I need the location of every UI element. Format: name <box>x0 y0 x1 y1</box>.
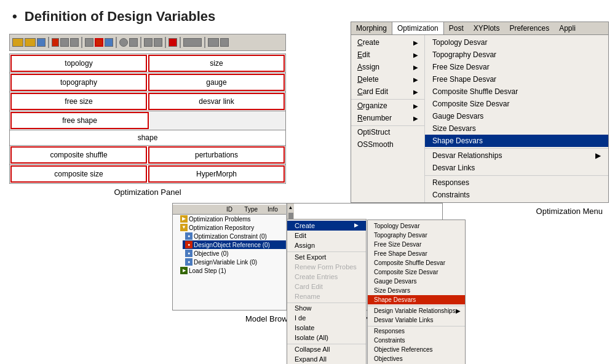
ctx-sub-free-shape[interactable]: Free Shape Desvar <box>368 249 465 258</box>
submenu-composite-size-desvar[interactable]: Composite Size Desvar <box>425 98 608 110</box>
menu-preferences[interactable]: Preferences <box>504 22 554 34</box>
toolbar-icon-settings[interactable] <box>220 38 229 47</box>
menu-item-organize[interactable]: Organize ▶ <box>351 99 424 112</box>
ctx-sub-comp-shuffle[interactable]: Composite Shuffle Desvar <box>368 258 465 267</box>
toolbar-icon-copy[interactable] <box>60 38 69 47</box>
ctx-sub-objectives[interactable]: Objectives <box>368 354 465 363</box>
menu-item-delete[interactable]: Delete ▶ <box>351 73 424 85</box>
ctx-item-expand-all[interactable]: Expand All <box>287 354 366 364</box>
menu-item-renumber[interactable]: Renumber ▶ <box>351 112 424 124</box>
scroll-up-icon[interactable]: ▲ <box>287 204 295 212</box>
cell-shape[interactable]: shape <box>10 130 285 145</box>
toolbar-icon-save[interactable] <box>37 38 46 47</box>
ctx-item-assign[interactable]: Assign <box>287 240 366 250</box>
cell-hypermorph[interactable]: HyperMorph <box>148 165 285 183</box>
menu-item-ossmooth[interactable]: OSSmooth <box>351 138 424 151</box>
toolbar-icon-arrow[interactable] <box>208 38 219 47</box>
ctx-sub-topography[interactable]: Topography Desvar <box>368 231 465 240</box>
toolbar-icon-cut[interactable] <box>52 38 59 47</box>
ctx-sub-obj-refs[interactable]: Objective References <box>368 345 465 354</box>
menu-item-edit[interactable]: Edit ▶ <box>351 49 424 61</box>
toolbar-icon-box2[interactable] <box>95 38 103 47</box>
cell-topography[interactable]: topography <box>10 74 147 91</box>
ctx-item-isolate[interactable]: Isolate <box>287 323 366 333</box>
tree-item-6[interactable]: ▶ Load Step (1) <box>178 266 286 275</box>
ctx-sub-topology[interactable]: Topology Desvar <box>368 221 465 231</box>
menu-optimization[interactable]: Optimization <box>392 22 444 34</box>
submenu-free-shape-desvar[interactable]: Free Shape Desvar <box>425 73 608 85</box>
cell-topology[interactable]: topology <box>10 55 147 72</box>
submenu-shape-desvars[interactable]: Shape Desvars <box>425 135 608 147</box>
ctx-item-create[interactable]: Create ▶ <box>287 221 366 231</box>
tree-item-5[interactable]: ● DesignVariable Link (0) <box>183 258 286 266</box>
cell-desvar-link[interactable]: desvar link <box>148 93 285 110</box>
menu-item-create[interactable]: Create ▶ <box>351 36 424 49</box>
submenu-desvar-relationships[interactable]: Desvar Relationships ▶ <box>425 148 608 162</box>
toolbar-icon-shape2[interactable] <box>129 38 138 47</box>
submenu-gauge-desvars[interactable]: Gauge Desvars <box>425 110 608 122</box>
cell-free-shape[interactable]: free shape <box>10 112 149 129</box>
menu-xyplots[interactable]: XYPlots <box>469 22 505 34</box>
ctx-item-ide[interactable]: I de <box>287 313 366 323</box>
cell-size[interactable]: size <box>148 55 285 72</box>
toolbar-icon-open[interactable] <box>25 38 36 47</box>
submenu-free-size-desvar[interactable]: Free Size Desvar <box>425 61 608 73</box>
menu-item-assign[interactable]: Assign ▶ <box>351 61 424 73</box>
submenu-composite-shuffle-desvar[interactable]: Composite Shuffle Desvar <box>425 85 608 98</box>
toolbar-icon-box3[interactable] <box>105 38 113 47</box>
optimization-panel-section: topology size topography gauge free size… <box>9 34 286 197</box>
cell-perturbations[interactable]: perturbations <box>148 146 285 164</box>
ctx-item-isolate-all[interactable]: Isolate (All) <box>287 333 366 342</box>
ctx-sub-desvar-rel[interactable]: Design Variable Relationships ▶ <box>368 306 465 315</box>
cell-gauge[interactable]: gauge <box>148 74 285 91</box>
tree-item-0[interactable]: ▶ Optimization Problems <box>178 215 286 223</box>
bullet: • <box>12 9 17 24</box>
title-text: Definition of Design Variables <box>25 9 216 24</box>
tree-item-3[interactable]: ● DesignObject Reference (0) <box>183 240 286 249</box>
tree-item-2[interactable]: ● Optimization Constraint (0) <box>183 232 286 240</box>
ctx-item-show[interactable]: Show <box>287 303 366 313</box>
cell-composite-size[interactable]: composite size <box>10 165 147 183</box>
cell-composite-shuffle[interactable]: composite shuffle <box>10 146 147 164</box>
menu-post[interactable]: Post <box>444 22 469 34</box>
ctx-sub-comp-size[interactable]: Composite Size Desvar <box>368 267 465 277</box>
toolbar-icon-paste[interactable] <box>70 38 79 47</box>
ctx-sub-responses[interactable]: Responses <box>368 326 465 336</box>
submenu-desvar-links[interactable]: Desvar Links <box>425 162 608 174</box>
menu-morphing[interactable]: Morphing <box>351 22 392 34</box>
submenu-topology-desvar[interactable]: Topology Desvar <box>425 36 608 49</box>
ctx-sub-constraints[interactable]: Constraints <box>368 336 465 345</box>
toolbar-icon-shape1[interactable] <box>119 38 128 47</box>
ctx-item-collapse-all[interactable]: Collapse All <box>287 344 366 354</box>
submenu-constraints[interactable]: Constraints <box>425 189 608 201</box>
toolbar-icon-shapes[interactable] <box>183 38 202 47</box>
ctx-sub-size[interactable]: Size Desvars <box>368 286 465 295</box>
assign-arrow-icon: ▶ <box>413 64 418 71</box>
obj-icon-5: ● <box>185 258 192 266</box>
toolbar-icon-delete[interactable] <box>169 38 177 47</box>
tree-item-1[interactable]: ▼ Optimization Repository <box>178 223 286 232</box>
toolbar-separator-5 <box>165 37 166 48</box>
ctx-sub-shape[interactable]: Shape Desvars <box>368 295 465 304</box>
toolbar-icon-folder[interactable] <box>12 38 23 47</box>
ctx-sub-free-size[interactable]: Free Size Desvar <box>368 240 465 249</box>
ctx-item-set-export[interactable]: Set Export <box>287 251 366 262</box>
submenu-size-desvars[interactable]: Size Desvars <box>425 122 608 135</box>
cell-free-size[interactable]: free size <box>10 93 147 110</box>
toolbar-icon-redo[interactable] <box>154 38 162 47</box>
ctx-sub-desvar-links[interactable]: Desvar Variable Links <box>368 315 465 325</box>
ctx-sub-gauge[interactable]: Gauge Desvars <box>368 277 465 286</box>
tree-item-4[interactable]: ● Objective (0) <box>183 249 286 258</box>
submenu-responses[interactable]: Responses <box>425 175 608 189</box>
menu-item-card-edit[interactable]: Card Edit ▶ <box>351 85 424 98</box>
submenu-topography-desvar[interactable]: Topography Desvar <box>425 49 608 61</box>
ctx-item-edit[interactable]: Edit <box>287 231 366 240</box>
panel-row-7: composite size HyperMorph <box>10 165 285 183</box>
toolbar-icon-undo[interactable] <box>144 38 153 47</box>
folder-icon-0: ▶ <box>180 215 188 223</box>
menu-popup: Create ▶ Edit ▶ Assign ▶ Delete ▶ Card E… <box>351 34 609 203</box>
menu-appli[interactable]: Appli <box>554 22 581 34</box>
menu-item-optistruct[interactable]: OptiStruct <box>351 125 424 138</box>
toolbar-icon-box1[interactable] <box>85 38 93 47</box>
tree-label-4: Objective (0) <box>194 250 229 257</box>
